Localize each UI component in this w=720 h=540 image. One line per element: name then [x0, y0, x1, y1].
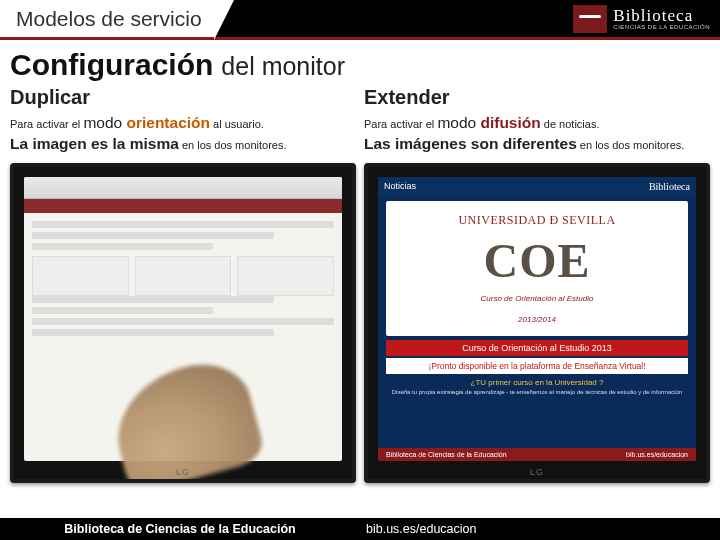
column-right: Extender Para activar el modo difusión d…	[364, 86, 710, 155]
screen-right-footer-right: bib.us.es/educacion	[626, 451, 688, 458]
right-mode: modo	[437, 114, 480, 131]
column-left-heading: Duplicar	[10, 86, 356, 109]
noticias-label: Noticias	[384, 181, 416, 193]
blue-text: ¿TU primer curso en la Universidad ?	[378, 376, 696, 389]
footer-right: bib.us.es/educacion	[360, 522, 720, 536]
content-row	[32, 318, 334, 325]
page-title-light: del monitor	[221, 52, 345, 81]
right-mode-word: difusión	[480, 114, 540, 131]
logo-text: Biblioteca	[613, 7, 710, 24]
white-banner: ¡Pronto disponible en la plataforma de E…	[386, 358, 688, 374]
logo-subtext: CIENCIAS DE LA EDUCACIÓN	[613, 24, 710, 30]
content-cell	[237, 256, 334, 296]
left-mode-word: orientación	[126, 114, 210, 131]
univ-name: UNIVERSIDAD Đ SEVILLA	[392, 213, 682, 228]
header-title: Modelos de servicio	[16, 7, 202, 31]
content-row	[32, 296, 274, 303]
content-cell	[32, 256, 129, 296]
monitor-left: LG	[10, 163, 356, 483]
page-title: Configuración del monitor	[0, 40, 720, 86]
columns: Duplicar Para activar el modo orientació…	[0, 86, 720, 155]
images-row: LG Noticias Biblioteca UNIVERSIDAD Đ SEV…	[0, 155, 720, 483]
page-title-bold: Configuración	[10, 48, 213, 82]
screen-right-footer-left: Biblioteca de Ciencias de la Educación	[386, 451, 507, 458]
right-pre1: Para activar el	[364, 118, 437, 130]
left-line2a: La imagen es la misma	[10, 135, 179, 152]
monitor-brand-right: LG	[530, 467, 544, 477]
right-post1: de noticias.	[541, 118, 600, 130]
coe-year: 2013/2014	[392, 315, 682, 324]
screen-right-topbar: Noticias Biblioteca	[378, 177, 696, 197]
column-right-heading: Extender	[364, 86, 710, 109]
monitor-brand-left: LG	[176, 467, 190, 477]
content-row	[32, 221, 334, 228]
left-post1: al usuario.	[210, 118, 264, 130]
footer-bar: Biblioteca de Ciencias de la Educación b…	[0, 518, 720, 540]
screen-right: Noticias Biblioteca UNIVERSIDAD Đ SEVILL…	[378, 177, 696, 461]
left-mode: modo	[83, 114, 126, 131]
column-left-text: Para activar el modo orientación al usua…	[10, 113, 356, 155]
left-pre1: Para activar el	[10, 118, 83, 130]
logo: Biblioteca CIENCIAS DE LA EDUCACIÓN	[573, 5, 720, 33]
content-row	[32, 232, 274, 239]
logo-text-wrap: Biblioteca CIENCIAS DE LA EDUCACIÓN	[613, 7, 710, 30]
monitor-right: Noticias Biblioteca UNIVERSIDAD Đ SEVILL…	[364, 163, 710, 483]
logo-icon	[573, 5, 607, 33]
screen-right-footer: Biblioteca de Ciencias de la Educación b…	[378, 448, 696, 461]
browser-body	[24, 213, 342, 348]
browser-tabbar-icon	[24, 199, 342, 213]
screen-right-logo: Biblioteca	[649, 181, 690, 193]
content-block	[32, 256, 334, 296]
header-bar: Modelos de servicio Biblioteca CIENCIAS …	[0, 0, 720, 40]
blue-subtext: Diseña tu propia estrategia de aprendiza…	[378, 389, 696, 398]
left-line2b: en los dos monitores.	[179, 139, 287, 151]
right-line2a: Las imágenes son diferentes	[364, 135, 577, 152]
browser-chrome-icon	[24, 177, 342, 199]
red-banner: Curso de Orientación al Estudio 2013	[386, 340, 688, 356]
column-right-text: Para activar el modo difusión de noticia…	[364, 113, 710, 155]
right-line2b: en los dos monitores.	[577, 139, 685, 151]
column-left: Duplicar Para activar el modo orientació…	[10, 86, 356, 155]
content-row	[32, 307, 213, 314]
content-row	[32, 329, 274, 336]
coe-subtitle: Curso de Orientación al Estudio	[392, 294, 682, 303]
content-cell	[135, 256, 232, 296]
content-row	[32, 243, 213, 250]
footer-left: Biblioteca de Ciencias de la Educación	[0, 522, 360, 536]
coe-card: UNIVERSIDAD Đ SEVILLA COE Curso de Orien…	[386, 201, 688, 336]
header-title-wrap: Modelos de servicio	[0, 0, 214, 37]
coe-title: COE	[392, 239, 682, 282]
